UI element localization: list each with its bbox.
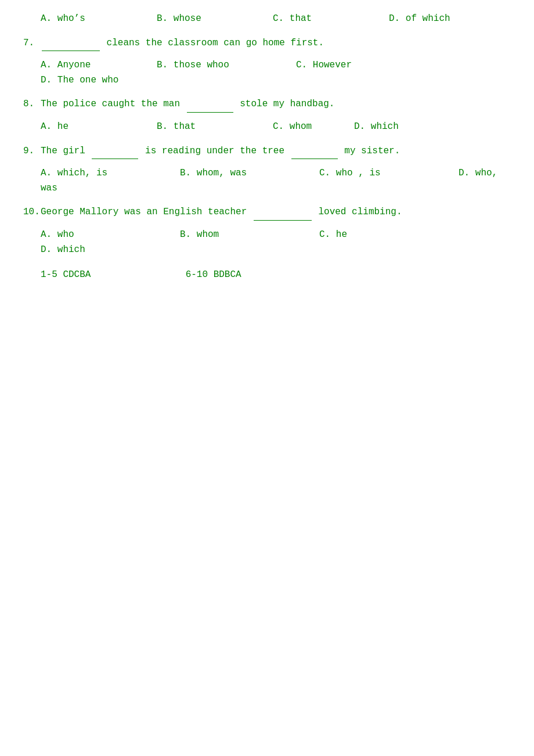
question-8-options: A. he B. that C. whom D. which xyxy=(41,120,511,135)
question-9-options: A. which, is B. whom, was C. who , is D.… xyxy=(41,166,511,196)
option-7c: C. However xyxy=(296,58,424,73)
question-7-options: A. Anyone B. those whoo C. However D. Th… xyxy=(41,58,511,88)
question-8: 8. The police caught the man stole my ha… xyxy=(23,97,511,113)
question-9: 9. The girl is reading under the tree my… xyxy=(23,144,511,160)
option-10b: B. whom xyxy=(180,228,308,243)
option-9c: C. who , is xyxy=(319,166,447,181)
q9-number: 9. xyxy=(23,144,41,159)
q9-blank1 xyxy=(92,144,138,160)
q10-number: 10. xyxy=(23,205,41,220)
q7-blank xyxy=(42,36,100,52)
option-10a: A. who xyxy=(41,228,168,243)
option-6a: A. who’s xyxy=(41,12,145,27)
q9-text: The girl is reading under the tree my si… xyxy=(41,144,511,160)
q7-text: cleans the classroom can go home first. xyxy=(41,36,511,52)
option-7a: A. Anyone xyxy=(41,58,145,73)
option-8b: B. that xyxy=(157,120,261,135)
answers: 1-5 CDCBA 6-10 BDBCA xyxy=(41,267,511,283)
answer-line1: 1-5 CDCBA xyxy=(41,269,91,280)
option-9d-part1: D. who, xyxy=(459,166,505,181)
option-9a: A. which, is xyxy=(41,166,168,181)
q10-text: George Mallory was an English teacher lo… xyxy=(41,205,511,221)
option-6d: D. of which xyxy=(389,12,493,27)
q8-text: The police caught the man stole my handb… xyxy=(41,97,511,113)
option-9b: B. whom, was xyxy=(180,166,308,181)
option-6b: B. whose xyxy=(157,12,261,27)
answer-line2: 6-10 BDBCA xyxy=(186,269,241,280)
q7-number: 7. xyxy=(23,36,41,51)
q8-blank xyxy=(187,97,233,113)
q9-blank2 xyxy=(291,144,338,160)
q10-blank xyxy=(254,205,312,221)
option-6c: C. that xyxy=(273,12,377,27)
question-10-options: A. who B. whom C. he D. which xyxy=(41,228,511,257)
option-8c: C. whom xyxy=(273,120,342,135)
option-9d-was: was xyxy=(41,181,57,196)
option-10c: C. he xyxy=(319,228,447,243)
q8-number: 8. xyxy=(23,97,41,112)
option-8d: D. which xyxy=(354,120,459,135)
option-7b: B. those whoo xyxy=(157,58,284,73)
option-7d: D. The one who xyxy=(41,73,168,88)
option-8a: A. he xyxy=(41,120,145,135)
question-10: 10. George Mallory was an English teache… xyxy=(23,205,511,221)
question-6-options: A. who’s B. whose C. that D. of which xyxy=(41,12,511,27)
option-10d: D. which xyxy=(41,243,145,258)
question-7: 7. cleans the classroom can go home firs… xyxy=(23,36,511,52)
